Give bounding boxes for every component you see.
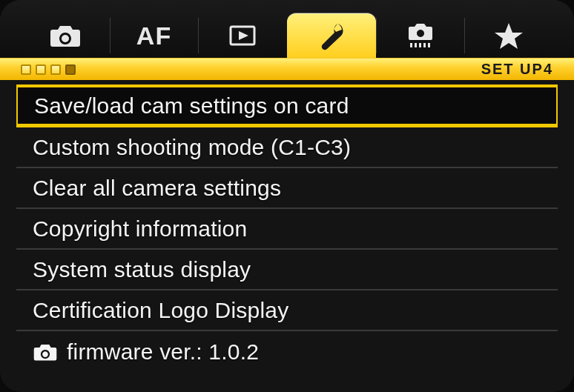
- tab-setup[interactable]: [287, 13, 376, 58]
- menu-item-save-load-settings[interactable]: Save/load cam settings on card: [16, 84, 558, 127]
- main-tab-bar: AF: [0, 0, 574, 58]
- menu-item-firmware-version[interactable]: firmware ver.: 1.0.2: [16, 331, 558, 372]
- tab-shooting[interactable]: [21, 13, 110, 58]
- star-icon: [492, 21, 525, 50]
- tab-custom-functions[interactable]: [376, 13, 465, 58]
- svg-rect-4: [423, 43, 426, 47]
- menu-item-label: System status display: [33, 257, 251, 282]
- menu-item-system-status-display[interactable]: System status display: [16, 250, 558, 290]
- settings-menu: Save/load cam settings on card Custom sh…: [0, 84, 574, 372]
- page-dot: [36, 64, 46, 75]
- camera-icon: [33, 342, 58, 362]
- subpage-indicator: [21, 64, 76, 75]
- svg-rect-2: [415, 43, 417, 47]
- tab-autofocus[interactable]: AF: [110, 13, 199, 58]
- page-dot: [50, 64, 61, 75]
- menu-item-copyright-information[interactable]: Copyright information: [16, 209, 558, 250]
- tab-mymenu[interactable]: [464, 13, 553, 58]
- wrench-icon: [315, 21, 348, 50]
- menu-item-label: Copyright information: [33, 216, 247, 242]
- menu-item-label: Custom shooting mode (C1-C3): [33, 135, 351, 160]
- menu-item-label: Clear all camera settings: [33, 176, 281, 201]
- menu-item-custom-shooting-mode[interactable]: Custom shooting mode (C1-C3): [16, 127, 558, 168]
- custom-fn-icon: [404, 21, 437, 50]
- svg-rect-3: [419, 43, 421, 47]
- svg-rect-1: [410, 43, 412, 47]
- menu-item-label: firmware ver.: 1.0.2: [67, 339, 259, 365]
- page-dot: [65, 64, 76, 75]
- menu-item-certification-logo-display[interactable]: Certification Logo Display: [16, 290, 558, 331]
- camera-icon: [49, 23, 82, 48]
- subpage-bar: SET UP4: [0, 58, 574, 80]
- tab-playback[interactable]: [198, 13, 287, 58]
- page-dot: [21, 64, 31, 75]
- svg-rect-5: [428, 43, 430, 47]
- menu-item-clear-all-settings[interactable]: Clear all camera settings: [16, 168, 558, 209]
- af-icon: AF: [136, 21, 171, 50]
- menu-item-label: Certification Logo Display: [33, 298, 288, 323]
- menu-item-label: Save/load cam settings on card: [34, 93, 349, 119]
- playback-icon: [226, 23, 259, 48]
- subpage-label: SET UP4: [481, 61, 553, 78]
